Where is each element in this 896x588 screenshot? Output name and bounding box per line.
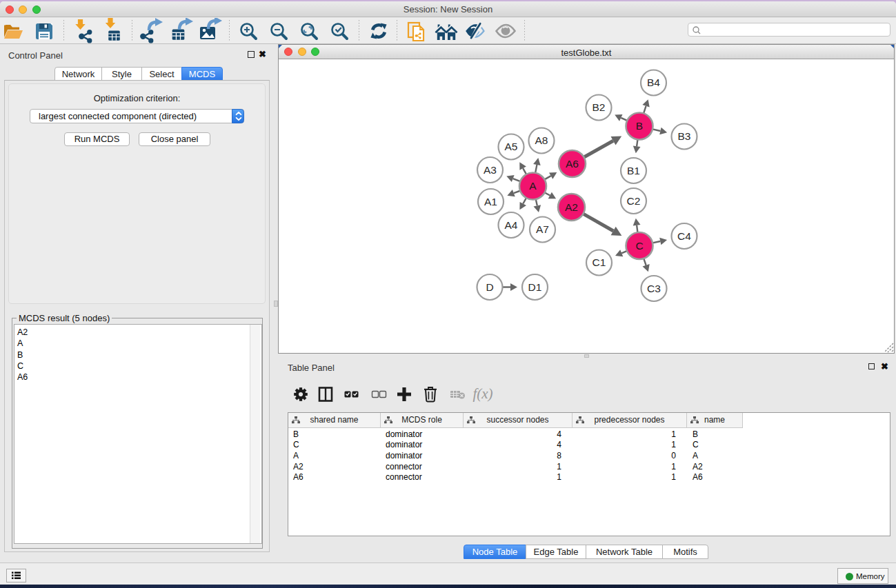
svg-text:A5: A5 [505,141,518,152]
svg-text:A1: A1 [484,196,497,207]
svg-text:D: D [486,281,493,293]
svg-text:C4: C4 [677,230,691,242]
svg-text:B2: B2 [593,101,606,113]
svg-text:A: A [529,180,537,192]
svg-text:D1: D1 [528,281,542,293]
svg-text:B1: B1 [627,165,640,176]
svg-text:A8: A8 [535,134,548,146]
svg-text:C: C [635,240,643,252]
svg-text:C3: C3 [647,283,661,294]
svg-text:A7: A7 [536,223,549,235]
svg-text:B3: B3 [678,130,691,142]
svg-text:C2: C2 [627,195,641,207]
svg-text:A2: A2 [565,201,578,213]
svg-text:A3: A3 [484,164,497,176]
svg-text:C1: C1 [593,256,606,268]
svg-text:A6: A6 [566,158,579,170]
svg-text:f(x): f(x) [472,385,492,402]
svg-text:A4: A4 [505,219,518,231]
svg-text:B4: B4 [647,77,660,88]
svg-text:B: B [636,120,643,132]
